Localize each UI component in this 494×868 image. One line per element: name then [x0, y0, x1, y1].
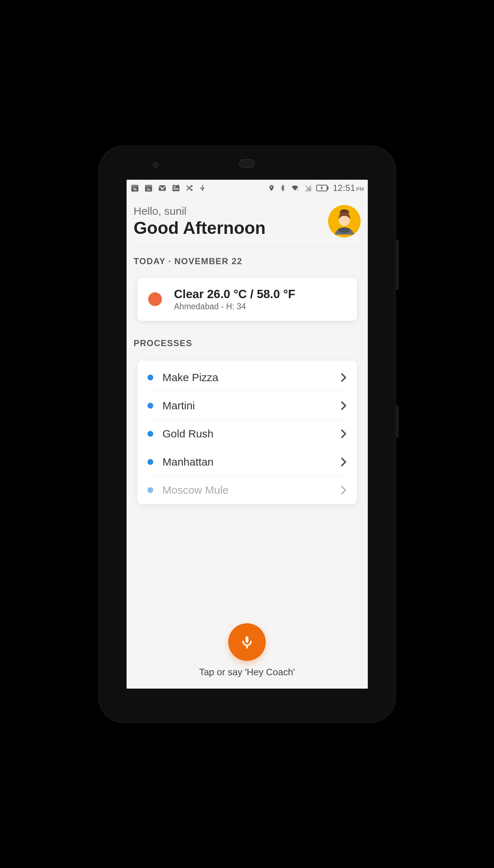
- svg-text:M: M: [160, 187, 163, 191]
- bullet-icon: [147, 431, 153, 437]
- svg-rect-11: [173, 189, 178, 190]
- svg-rect-22: [246, 636, 248, 643]
- process-label: Moscow Mule: [163, 484, 331, 496]
- process-item[interactable]: Make Pizza: [137, 363, 357, 392]
- microphone-button[interactable]: [228, 623, 266, 661]
- bullet-icon: [147, 487, 153, 493]
- weather-headline: Clear 26.0 °C / 58.0 °F: [174, 287, 295, 301]
- crossed-arrows-icon: [185, 183, 194, 193]
- greeting-time-of-day: Good Afternoon: [134, 218, 266, 238]
- weather-card[interactable]: Clear 26.0 °C / 58.0 °F Ahmedabad - H: 3…: [137, 278, 357, 321]
- bullet-icon: [147, 403, 153, 409]
- svg-text:%: %: [133, 187, 137, 191]
- weather-icon: [148, 292, 162, 306]
- device-speaker: [239, 159, 255, 168]
- calendar-31-icon: 31: [144, 183, 153, 193]
- chevron-right-icon: [340, 401, 347, 411]
- svg-rect-19: [327, 187, 328, 189]
- svg-rect-9: [173, 186, 176, 187]
- chevron-right-icon: [340, 457, 347, 467]
- header: Hello, sunil Good Afternoon: [134, 205, 361, 238]
- chevron-right-icon: [340, 372, 347, 383]
- device-camera: [153, 162, 158, 168]
- status-right-icons: ! 12:51PM: [268, 183, 364, 193]
- svg-text:!: !: [297, 188, 298, 192]
- weather-subline: Ahmedabad - H: 34: [174, 302, 295, 311]
- avatar[interactable]: [328, 205, 361, 237]
- wifi-icon: !: [290, 184, 300, 192]
- process-label: Martini: [163, 400, 331, 412]
- svg-text:31: 31: [146, 187, 150, 191]
- svg-rect-12: [173, 184, 174, 186]
- date-line: TODAY · NOVEMBER 22: [134, 256, 361, 266]
- processes-title: PROCESSES: [134, 338, 361, 348]
- svg-rect-10: [173, 188, 178, 189]
- svg-point-15: [271, 186, 272, 188]
- process-item[interactable]: Manhattan: [137, 448, 357, 476]
- chevron-right-icon: [340, 429, 347, 439]
- bullet-icon: [147, 459, 153, 465]
- status-time: 12:51PM: [333, 183, 364, 193]
- bullet-icon: [147, 375, 153, 380]
- chevron-right-icon: [340, 485, 347, 495]
- sim-off-icon: [304, 184, 312, 192]
- bluetooth-icon: [279, 184, 286, 192]
- weather-text: Clear 26.0 °C / 58.0 °F Ahmedabad - H: 3…: [174, 287, 295, 311]
- process-item[interactable]: Martini: [137, 392, 357, 420]
- process-label: Make Pizza: [163, 371, 331, 384]
- process-item[interactable]: Moscow Mule: [137, 476, 357, 504]
- device-frame: % 31 M: [98, 145, 396, 723]
- processes-card: Make PizzaMartiniGold RushManhattanMosco…: [137, 361, 357, 504]
- header-divider: [134, 246, 361, 246]
- voice-area: Tap or say 'Hey Coach': [127, 623, 368, 678]
- usb-icon: [199, 183, 207, 193]
- process-label: Manhattan: [163, 456, 331, 468]
- process-item[interactable]: Gold Rush: [137, 420, 357, 448]
- app-content: Hello, sunil Good Afternoon TODAY · NOVE…: [127, 196, 368, 689]
- location-icon: [268, 184, 275, 192]
- screen: % 31 M: [127, 180, 368, 689]
- mail-icon: M: [158, 183, 167, 193]
- process-label: Gold Rush: [163, 428, 331, 440]
- calendar-sale-icon: %: [130, 183, 140, 193]
- greeting-block: Hello, sunil Good Afternoon: [134, 205, 266, 238]
- svg-rect-13: [177, 184, 178, 186]
- greeting-hello: Hello, sunil: [134, 205, 266, 217]
- status-left-icons: % 31 M: [130, 183, 207, 193]
- battery-charging-icon: [316, 185, 328, 191]
- svg-rect-4: [145, 185, 152, 187]
- news-icon: [171, 183, 181, 193]
- voice-hint: Tap or say 'Hey Coach': [199, 667, 295, 678]
- status-bar: % 31 M: [127, 180, 368, 196]
